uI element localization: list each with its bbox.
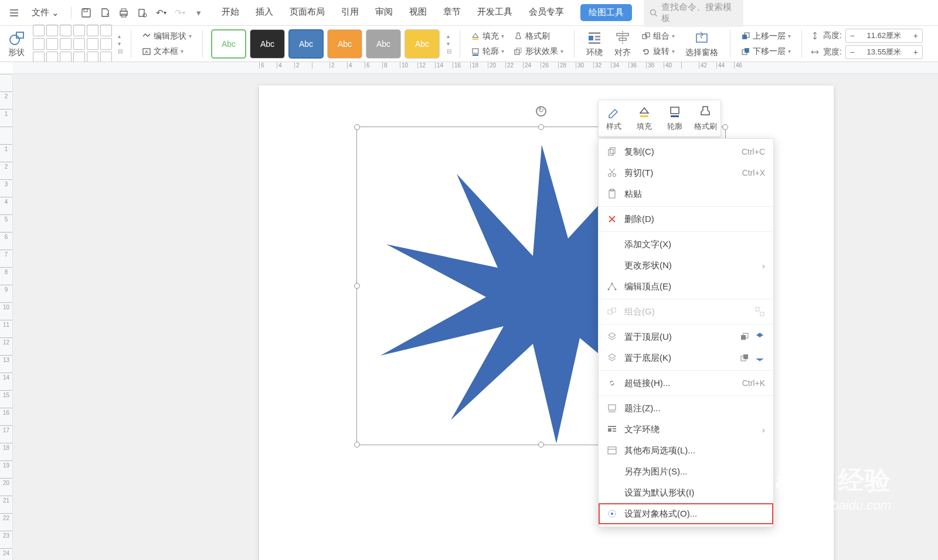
style-swatch-4[interactable]: Abc — [327, 29, 362, 59]
ctx-set-default[interactable]: 设置为默认形状(I) — [599, 482, 773, 503]
group-icon — [641, 32, 651, 41]
tab-chapter[interactable]: 章节 — [443, 4, 461, 21]
ctx-send-back[interactable]: 置于底层(K) — [599, 347, 773, 368]
print-preview-icon[interactable] — [135, 5, 150, 21]
menu-icon[interactable] — [5, 6, 23, 20]
ctx-cut[interactable]: 剪切(T) Ctrl+X — [599, 162, 773, 183]
outline-button[interactable]: 轮廓▾ — [468, 45, 507, 58]
width-minus[interactable]: − — [846, 47, 859, 57]
ctx-edit-points[interactable]: 编辑顶点(E) — [599, 276, 773, 297]
ctx-change-shape[interactable]: 更改形状(N) › — [599, 255, 773, 276]
layout-icon — [607, 445, 617, 456]
send-backward-extra-icon[interactable] — [739, 353, 750, 363]
bring-forward-extra-icon[interactable] — [739, 332, 750, 342]
fill-button[interactable]: 填充▾ — [468, 30, 507, 43]
rotate-button[interactable]: 旋转▾ — [639, 45, 677, 58]
style-up-icon[interactable]: ▴ — [447, 33, 451, 39]
handle-tl[interactable] — [354, 124, 360, 130]
height-label: 高度: — [823, 30, 842, 41]
outline-icon — [668, 105, 682, 119]
ctx-paste[interactable]: 粘贴 — [599, 183, 773, 204]
ctx-text-wrap[interactable]: 文字环绕 › — [599, 419, 773, 440]
textbox-button[interactable]: A 文本框▾ — [140, 45, 194, 58]
style-swatch-5[interactable]: Abc — [366, 29, 401, 59]
undo-icon[interactable]: ↶ ▾ — [154, 5, 169, 21]
tab-member[interactable]: 会员专享 — [529, 4, 564, 21]
bring-front-extra-icon[interactable] — [755, 332, 765, 342]
search-box[interactable]: 查找命令、搜索模板 — [644, 0, 743, 27]
shapes-button[interactable]: 形状 — [5, 29, 28, 59]
handle-tm[interactable] — [538, 124, 544, 130]
rotate-icon — [641, 47, 651, 56]
ctx-format-object[interactable]: 设置对象格式(O)... — [599, 503, 773, 524]
mini-outline-button[interactable]: 轮廓 — [660, 100, 690, 136]
width-plus[interactable]: + — [909, 47, 922, 57]
mini-fill-button[interactable]: 填充 — [629, 100, 660, 136]
ctx-add-text[interactable]: 添加文字(X) — [599, 234, 773, 255]
wrap-button[interactable]: 环绕 — [583, 29, 606, 59]
gallery-up-icon[interactable]: ▴ — [118, 33, 123, 39]
more-icon[interactable]: ▾ — [191, 5, 206, 21]
style-swatch-2[interactable]: Abc — [250, 29, 285, 59]
bring-forward-button[interactable]: 上移一层▾ — [739, 30, 793, 43]
handle-ml[interactable] — [354, 283, 360, 289]
group-button[interactable]: 组合▾ — [639, 30, 677, 43]
width-stepper[interactable]: − 13.55厘米 + — [845, 45, 923, 59]
height-value[interactable]: 11.62厘米 — [859, 30, 909, 41]
vertical-ruler: 2112345678910111213141516171819202122232… — [0, 74, 13, 560]
redo-icon[interactable]: ↷ ▾ — [172, 5, 188, 21]
handle-bl[interactable] — [354, 442, 360, 448]
edit-shape-button[interactable]: 编辑形状▾ — [140, 30, 194, 43]
ctx-save-as-pic[interactable]: 另存为图片(S)... — [599, 461, 773, 482]
tab-review[interactable]: 审阅 — [375, 4, 393, 21]
ctx-other-layout[interactable]: 其他布局选项(L)... — [599, 440, 773, 461]
tab-home[interactable]: 开始 — [222, 4, 239, 21]
width-value[interactable]: 13.55厘米 — [859, 47, 909, 57]
align-button[interactable]: 对齐 — [611, 29, 634, 59]
style-swatch-6[interactable]: Abc — [405, 29, 440, 59]
height-minus[interactable]: − — [846, 31, 859, 40]
height-plus[interactable]: + — [909, 31, 922, 40]
select-pane-button[interactable]: 选择窗格 — [682, 29, 722, 59]
handle-tr[interactable] — [722, 124, 728, 130]
ctx-hyperlink[interactable]: 超链接(H)... Ctrl+K — [599, 373, 773, 394]
chevron-down-icon: ⌄ — [52, 8, 59, 18]
edit-shape-icon — [142, 32, 151, 41]
gallery-down-icon[interactable]: ▾ — [118, 40, 123, 47]
send-backward-button[interactable]: 下移一层▾ — [739, 45, 793, 58]
file-menu[interactable]: 文件 ⌄ — [27, 5, 64, 21]
format-painter-button[interactable]: 格式刷 — [511, 30, 566, 43]
tab-drawing-tools[interactable]: 绘图工具 — [580, 4, 632, 21]
style-more-icon[interactable]: ⊟ — [447, 48, 451, 54]
format-icon — [607, 508, 617, 519]
search-placeholder: 查找命令、搜索模板 — [661, 2, 738, 24]
shape-gallery[interactable] — [33, 25, 112, 63]
print-icon[interactable] — [116, 5, 131, 21]
height-stepper[interactable]: − 11.62厘米 + — [845, 29, 923, 43]
ctx-caption[interactable]: 题注(Z)... — [599, 398, 773, 419]
link-icon — [607, 378, 617, 388]
mini-style-button[interactable]: 样式 — [599, 100, 629, 136]
handle-bm[interactable] — [538, 442, 544, 448]
style-down-icon[interactable]: ▾ — [447, 40, 451, 47]
ctx-delete[interactable]: 删除(D) — [599, 209, 773, 230]
shape-effects-button[interactable]: 形状效果▾ — [511, 45, 566, 58]
ctx-copy[interactable]: 复制(C) Ctrl+C — [599, 141, 773, 162]
save-icon[interactable] — [79, 5, 94, 21]
svg-rect-57 — [608, 428, 611, 432]
mini-format-painter-button[interactable]: 格式刷 — [690, 100, 721, 136]
gallery-more-icon[interactable]: ⊟ — [118, 48, 123, 54]
style-swatch-3[interactable]: Abc — [288, 29, 324, 59]
ctx-bring-front[interactable]: 置于顶层(U) — [599, 326, 773, 347]
tab-view[interactable]: 视图 — [409, 4, 427, 21]
style-swatch-1[interactable]: Abc — [211, 29, 246, 59]
tab-layout[interactable]: 页面布局 — [290, 4, 325, 21]
rotate-handle[interactable] — [536, 106, 546, 117]
tab-insert[interactable]: 插入 — [256, 4, 273, 21]
fill-icon — [471, 32, 480, 41]
tab-references[interactable]: 引用 — [341, 4, 359, 21]
tab-developer[interactable]: 开发工具 — [477, 4, 512, 21]
send-back-extra-icon[interactable] — [755, 353, 765, 363]
save-as-icon[interactable] — [97, 5, 113, 21]
effects-icon — [514, 47, 523, 56]
